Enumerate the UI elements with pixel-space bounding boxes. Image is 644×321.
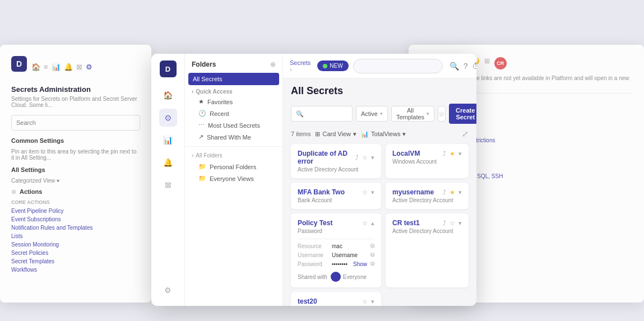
secret-s4-menu-icon[interactable]: ▾ (458, 189, 462, 196)
secret-search-input[interactable] (291, 106, 353, 122)
card-view-icon: ⊞ (315, 131, 320, 138)
bg-link-2[interactable]: Event Subscriptions (11, 216, 140, 222)
secret-card-s3-icons: ☆ ▾ (362, 189, 374, 196)
secret-s2-star-icon[interactable]: ★ (450, 150, 455, 157)
secret-card-s6-title[interactable]: CR test1 (392, 219, 420, 227)
secret-s7-star-icon[interactable]: ☆ (362, 298, 368, 305)
expand-button[interactable]: ⤢ (462, 129, 469, 138)
shared-label: Shared With Me (207, 134, 251, 141)
favorites-icon: ★ (198, 98, 204, 105)
folders-quick-access-label: Quick Access (185, 85, 282, 96)
secret-card-s6-type: Active Directory Account (392, 228, 462, 234)
templates-filter-btn[interactable]: All Templates ▾ (391, 106, 434, 122)
secret-s5-shared-avatar (331, 272, 341, 282)
secret-s1-launch-icon[interactable]: ⤴ (355, 154, 359, 161)
secret-card-s4-header: myusername ⤴ ★ ▾ (392, 188, 462, 196)
folders-item-all-secrets[interactable]: All Secrets (188, 73, 279, 85)
total-views-toggle[interactable]: 📊 TotalViews ▾ (361, 131, 406, 138)
bg-search-input[interactable] (11, 115, 140, 131)
breadcrumb-secrets-link[interactable]: Secrets (290, 59, 311, 66)
active-filter-label: Active (361, 110, 378, 117)
secret-s5-password-value: •••••••• (332, 261, 348, 267)
secret-s5-username-copy-icon[interactable]: ⧉ (370, 252, 374, 258)
everyone-views-label: Everyone Views (210, 175, 254, 182)
sidebar-item-notifications[interactable]: 🔔 (159, 153, 177, 171)
folders-item-recent[interactable]: 🕐 Recent (185, 108, 282, 119)
view-toggle[interactable]: ⊞ Card View ▾ (315, 131, 356, 138)
help-icon[interactable]: ? (464, 62, 468, 71)
secret-card-s1-type: Active Directory Account (298, 166, 374, 173)
new-button[interactable]: NEW (317, 61, 348, 71)
folders-item-personal[interactable]: 📁 Personal Folders (185, 161, 282, 173)
sidebar-item-home[interactable]: 🏠 (159, 86, 177, 104)
secret-s1-menu-icon[interactable]: ▾ (371, 154, 374, 161)
secret-card-s2: LocalVM ⤴ ★ ▾ Windows Account (386, 144, 469, 178)
bg-link-8[interactable]: Workflows (11, 267, 140, 273)
bg-categorized: Categorized View ▾ (11, 178, 140, 184)
sidebar-item-secrets[interactable]: ⊙ (159, 109, 177, 127)
folder-icon-personal: 📁 (198, 163, 206, 170)
secret-s2-menu-icon[interactable]: ▾ (458, 150, 462, 157)
folders-item-everyone[interactable]: 📁 Everyone Views (185, 173, 282, 184)
filters-bar: Active ▾ All Templates ▾ ☆ Create Secret (291, 104, 469, 124)
secret-card-s7-title[interactable]: test20 (298, 297, 317, 305)
secret-s4-launch-icon[interactable]: ⤴ (443, 189, 446, 196)
secret-s5-username-value: Username (332, 252, 358, 258)
secret-s5-username-label: Username (298, 252, 328, 258)
total-views-caret: ▾ (402, 131, 406, 138)
bg-link-5[interactable]: Session Monitoring (11, 241, 140, 248)
secret-card-s4-title[interactable]: myusername (392, 188, 434, 196)
search-icon[interactable]: 🔍 (450, 62, 459, 71)
bg-link-3[interactable]: Notification Rules and Templates (11, 225, 140, 231)
total-views-icon: 📊 (361, 131, 369, 138)
secret-s5-show-link[interactable]: Show (353, 261, 367, 267)
folders-item-shared-with-me[interactable]: ↗ Shared With Me (185, 131, 282, 143)
secret-card-s7-icons: ☆ ▾ (362, 298, 374, 305)
bg-admin-title: Secrets Administration (11, 85, 140, 94)
sidebar-item-admin[interactable]: ⊠ (159, 176, 177, 194)
secret-card-s1-title[interactable]: Duplicate of AD error (298, 150, 355, 165)
clock-icon[interactable]: ⏱ (472, 62, 476, 71)
secret-s1-star-icon[interactable]: ☆ (362, 154, 368, 161)
bg-link-4[interactable]: Lists (11, 233, 140, 239)
bg-core-actions: CORE ACTIONS (11, 199, 140, 205)
secret-s5-resource-label: Resource (298, 243, 328, 249)
favorites-filter-btn[interactable]: ☆ (438, 106, 446, 122)
active-filter-btn[interactable]: Active ▾ (356, 106, 388, 122)
secret-card-s3: MFA Bank Two ☆ ▾ Bank Account (291, 183, 381, 209)
secret-card-s2-title[interactable]: LocalVM (392, 150, 420, 157)
secret-card-s5-title[interactable]: Policy Test (298, 219, 332, 227)
folders-add-icon[interactable]: ⊕ (270, 61, 276, 68)
folders-header: Folders ⊕ (185, 61, 282, 73)
secret-s5-menu-icon[interactable]: ▴ (371, 220, 374, 227)
secret-s4-star-icon[interactable]: ★ (450, 189, 455, 196)
secret-s6-launch-icon[interactable]: ⤴ (443, 220, 446, 226)
secret-card-s1: Duplicate of AD error ⤴ ☆ ▾ Active Direc… (291, 144, 381, 178)
secret-s5-username-row: Username Username ⧉ (298, 252, 374, 258)
secret-s3-star-icon[interactable]: ☆ (362, 189, 368, 196)
secret-s6-star-icon[interactable]: ☆ (450, 220, 455, 227)
secret-s2-launch-icon[interactable]: ⤴ (443, 150, 446, 157)
folders-item-most-used[interactable]: ⋯ Most Used Secrets (185, 119, 282, 131)
sidebar-item-settings[interactable]: ⚙ (159, 281, 177, 299)
secret-s5-password-copy-icon[interactable]: ⧉ (370, 260, 374, 267)
secret-s5-star-icon[interactable]: ☆ (362, 220, 368, 227)
secret-s5-resource-copy-icon[interactable]: ⧉ (370, 243, 374, 249)
secret-s7-menu-icon[interactable]: ▾ (371, 298, 374, 305)
sidebar-item-reports[interactable]: 📊 (159, 131, 177, 149)
secrets-grid: Duplicate of AD error ⤴ ☆ ▾ Active Direc… (291, 144, 469, 306)
secret-s6-menu-icon[interactable]: ▾ (458, 220, 462, 227)
secret-s3-menu-icon[interactable]: ▾ (371, 189, 374, 196)
bg-link-1[interactable]: Event Pipeline Policy (11, 208, 140, 214)
folders-item-favorites[interactable]: ★ Favorites (185, 96, 282, 108)
secret-card-s2-header: LocalVM ⤴ ★ ▾ (392, 150, 462, 157)
bg-link-6[interactable]: Secret Policies (11, 250, 140, 256)
bg-link-7[interactable]: Secret Templates (11, 258, 140, 264)
secret-card-s3-title[interactable]: MFA Bank Two (298, 188, 345, 196)
create-secret-button[interactable]: Create Secret (449, 104, 476, 124)
most-used-icon: ⋯ (198, 122, 205, 129)
new-btn-indicator (323, 64, 327, 68)
all-secrets-label: All Secrets (193, 76, 223, 82)
topbar: Secrets › NEW 🔍 ? ⏱ 🌙 ⊞ CR (283, 54, 476, 78)
topbar-search-input[interactable] (353, 59, 443, 73)
